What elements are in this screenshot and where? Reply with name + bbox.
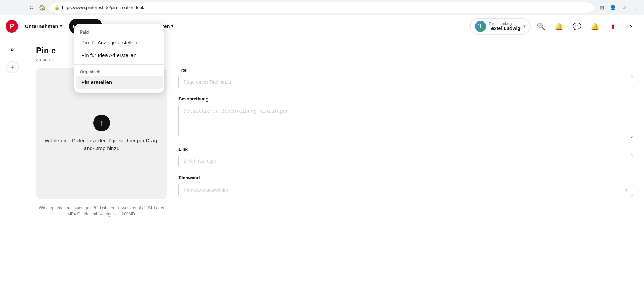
board-label: Pinnwand — [178, 175, 633, 180]
apps-button[interactable]: ▮ — [605, 19, 620, 34]
link-input[interactable] — [178, 154, 633, 168]
messages-button[interactable]: 💬 — [569, 19, 585, 34]
grid-icon: ▮ — [611, 23, 615, 29]
dropdown-item-pin-idea-ad[interactable]: Pin für Idea Ad erstellen — [76, 49, 163, 62]
chevron-right-icon: » — [10, 46, 14, 53]
left-sidebar: » + — [0, 37, 25, 282]
upload-arrow-icon: ↑ — [100, 118, 104, 127]
upload-hint-text: Wir empfehlen hochwertige JPG-Dateien mi… — [36, 205, 167, 217]
more-button[interactable]: ⋮ — [630, 3, 640, 12]
pinterest-logo[interactable]: P — [6, 20, 18, 33]
account-name-top: Textei Ludwig — [489, 21, 512, 26]
unternehmen-chevron-icon: ▾ — [60, 24, 62, 28]
link-label: Link — [178, 147, 633, 152]
address-bar[interactable]: 🔒 https://www.pinterest.de/pin-creation-… — [50, 2, 594, 13]
board-select-wrapper: Pinnwand auswählen ▾ — [178, 183, 633, 197]
back-button[interactable]: ← — [4, 3, 14, 12]
title-form-group: Titel — [178, 68, 633, 89]
board-chevron-icon: ▾ — [625, 187, 628, 193]
account-button[interactable]: T Textei Ludwig Textei Ludwig ▾ — [470, 18, 531, 35]
account-chevron-icon: ▾ — [523, 24, 526, 29]
forward-button[interactable]: → — [15, 3, 25, 12]
browser-nav-buttons: ← → ↻ 🏠 — [4, 3, 47, 12]
board-select[interactable]: Pinnwand auswählen ▾ — [178, 183, 633, 197]
dropdown-category-paid: Paid — [74, 28, 164, 36]
description-form-group: Beschreibung — [178, 96, 633, 140]
bell-icon: 🔔 — [555, 22, 563, 30]
upload-icon-circle: ↑ — [93, 115, 110, 131]
nav-unternehmen[interactable]: Unternehmen ▾ — [21, 19, 66, 34]
chat-icon: 💬 — [573, 22, 581, 30]
alerts-button[interactable]: 🔔 — [587, 19, 602, 34]
notification-button[interactable]: 🔔 — [551, 19, 567, 34]
extensions-button[interactable]: ⊞ — [597, 3, 607, 12]
nav-unternehmen-label: Unternehmen — [25, 23, 58, 29]
title-input[interactable] — [178, 75, 633, 89]
plus-icon: + — [10, 63, 15, 71]
star-button[interactable]: ☆ — [619, 3, 629, 12]
anzeigen-chevron-icon: ▾ — [171, 24, 173, 28]
reload-button[interactable]: ↻ — [26, 3, 36, 12]
account-name-block: Textei Ludwig Textei Ludwig — [489, 21, 521, 31]
dropdown-category-organisch: Organisch — [74, 68, 164, 76]
form-section: Titel Beschreibung Link Pinnwand Pinnwan… — [178, 68, 633, 217]
board-form-group: Pinnwand Pinnwand auswählen ▾ — [178, 175, 633, 197]
upload-instruction-text: Wähle eine Datei aus oder füge sie hier … — [44, 137, 159, 152]
sidebar-expand-button[interactable]: » — [6, 43, 19, 55]
chevron-right-icon: › — [630, 22, 632, 30]
browser-chrome: ← → ↻ 🏠 🔒 https://www.pinterest.de/pin-c… — [0, 0, 644, 15]
search-button[interactable]: 🔍 — [533, 19, 549, 34]
avatar: T — [475, 21, 486, 32]
alerts-icon: 🔔 — [591, 22, 599, 30]
dropdown-divider — [74, 64, 164, 65]
dropdown-item-pin-erstellen[interactable]: Pin erstellen — [76, 76, 163, 89]
url-text: https://www.pinterest.de/pin-creation-to… — [62, 5, 590, 10]
home-button[interactable]: 🏠 — [37, 3, 47, 12]
lock-icon: 🔒 — [54, 5, 60, 10]
sidebar-add-button[interactable]: + — [6, 61, 19, 73]
dropdown-item-pin-anzeige[interactable]: Pin für Anzeige erstellen — [76, 36, 163, 49]
board-placeholder: Pinnwand auswählen — [184, 187, 229, 193]
browser-toolbar-right: ⊞ 👤 ☆ ⋮ — [597, 3, 640, 12]
title-label: Titel — [178, 68, 633, 73]
link-form-group: Link — [178, 147, 633, 168]
description-input[interactable] — [178, 104, 633, 138]
description-label: Beschreibung — [178, 96, 633, 102]
more-options-button[interactable]: › — [623, 19, 638, 34]
erstellen-dropdown: Paid Pin für Anzeige erstellen Pin für I… — [74, 24, 164, 93]
search-icon: 🔍 — [537, 22, 545, 30]
profile-button[interactable]: 👤 — [608, 3, 618, 12]
account-name-main: Textei Ludwig — [489, 26, 521, 31]
